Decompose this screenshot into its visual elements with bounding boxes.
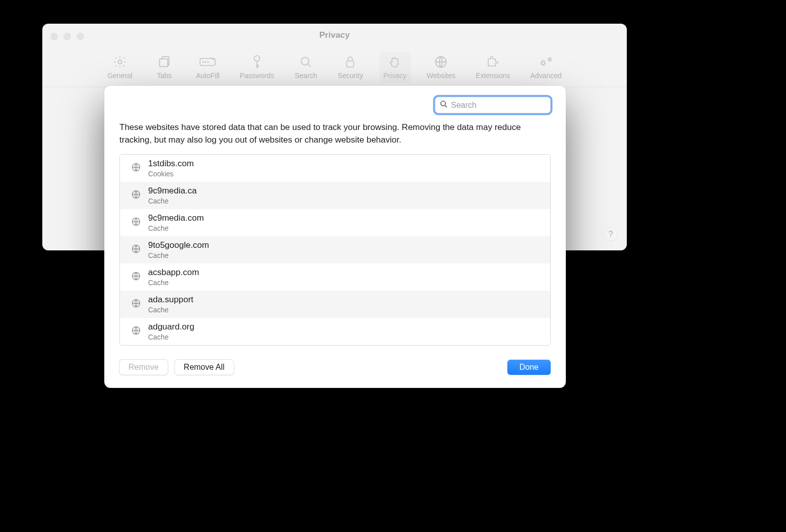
search-field[interactable]: [435, 97, 551, 113]
list-item[interactable]: 9c9media.ca Cache: [120, 182, 550, 209]
search-icon: [439, 100, 448, 110]
search-input[interactable]: [451, 101, 552, 110]
list-item-text: 9c9media.ca Cache: [148, 186, 196, 205]
website-domain: acsbapp.com: [148, 268, 199, 278]
list-item-text: adguard.org Cache: [148, 322, 194, 341]
list-item-text: 1stdibs.com Cookies: [148, 159, 194, 178]
globe-icon: [131, 189, 141, 202]
list-item[interactable]: 9c9media.com Cache: [120, 209, 550, 236]
website-detail: Cache: [148, 251, 209, 259]
website-domain: 9c9media.com: [148, 213, 204, 223]
list-item[interactable]: acsbapp.com Cache: [120, 263, 550, 291]
website-domain: 9c9media.ca: [148, 186, 196, 196]
website-detail: Cache: [148, 333, 194, 341]
list-item[interactable]: 9to5google.com Cache: [120, 236, 550, 263]
website-detail: Cache: [148, 224, 204, 232]
website-data-list: 1stdibs.com Cookies 9c9media.ca Cache 9c…: [119, 154, 551, 346]
globe-icon: [131, 162, 141, 174]
website-data-sheet: These websites have stored data that can…: [104, 86, 566, 388]
website-domain: ada.support: [148, 295, 193, 305]
list-item-text: 9c9media.com Cache: [148, 213, 204, 232]
globe-icon: [131, 298, 141, 310]
globe-icon: [131, 217, 141, 229]
list-item-text: ada.support Cache: [148, 295, 193, 314]
sheet-description: These websites have stored data that can…: [119, 121, 551, 146]
website-detail: Cache: [148, 306, 193, 314]
search-row: [119, 97, 551, 113]
list-item-text: 9to5google.com Cache: [148, 240, 209, 259]
website-domain: 9to5google.com: [148, 240, 209, 250]
list-item-text: acsbapp.com Cache: [148, 268, 199, 287]
list-item[interactable]: ada.support Cache: [120, 291, 550, 318]
remove-button[interactable]: Remove: [119, 360, 168, 375]
website-detail: Cache: [148, 197, 196, 205]
website-domain: 1stdibs.com: [148, 159, 194, 169]
remove-all-button[interactable]: Remove All: [175, 360, 234, 375]
website-detail: Cache: [148, 279, 199, 287]
globe-icon: [131, 244, 141, 256]
list-item[interactable]: 1stdibs.com Cookies: [120, 155, 550, 182]
list-item[interactable]: adguard.org Cache: [120, 318, 550, 345]
globe-icon: [131, 271, 141, 283]
website-domain: adguard.org: [148, 322, 194, 332]
globe-icon: [131, 325, 141, 338]
website-detail: Cookies: [148, 170, 194, 178]
button-row: Remove Remove All Done: [119, 360, 551, 375]
done-button[interactable]: Done: [507, 360, 551, 375]
svg-point-12: [441, 101, 445, 106]
